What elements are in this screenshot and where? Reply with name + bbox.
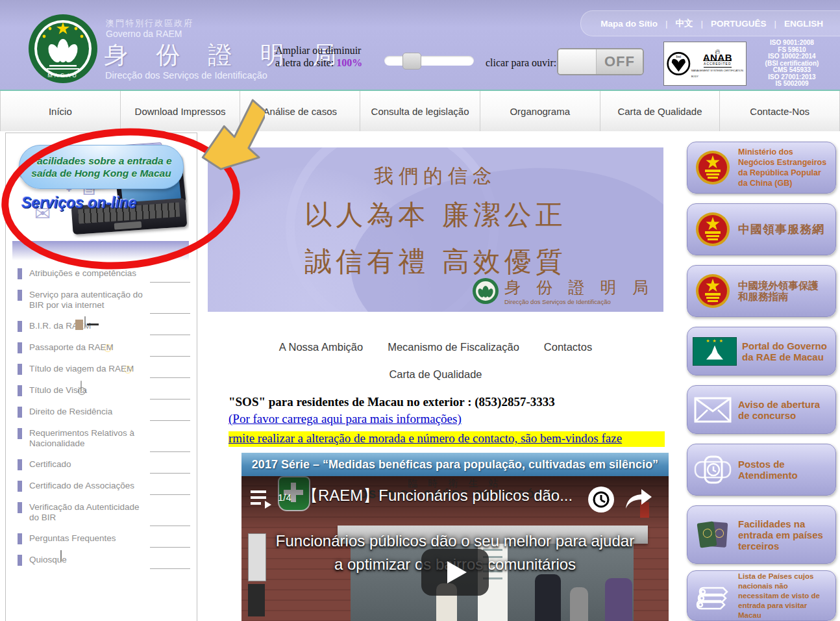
sidebar-item-requerimentos-nacionalidade[interactable]: Requerimentos Relativos à Nacionalidade [12, 423, 191, 454]
government-name-pt: Governo da RAEM [106, 29, 182, 39]
id-card-thumbnail [84, 316, 86, 327]
sidebar-item-atribuicoes[interactable]: Atribuições e competências [12, 263, 191, 285]
hk-macau-facilities-button[interactable]: Facilidades sobre a entrada e saída de H… [19, 145, 184, 189]
nav-analise-de-casos[interactable]: Análise de casos [240, 91, 360, 131]
sidebar-item-perguntas-frequentes[interactable]: Perguntas Frequentes [12, 528, 191, 550]
china-emblem-icon [693, 150, 733, 185]
font-size-value: 100% [336, 57, 362, 68]
youtube-player[interactable]: 臨 時 衛 生 站 POSTO DE SAÚDE PROVISÓRIO Func… [241, 476, 669, 621]
motto-banner: 我們的信念 以人為本 廉潔公正 誠信有禮 高效優質 身 份 證 明 局 Dire… [208, 147, 663, 312]
services-online-label[interactable]: Serviços on-line [21, 194, 137, 212]
right-button-consular-service[interactable]: 中國領事服務網 [687, 203, 836, 255]
watch-icon [693, 453, 733, 487]
page: MACAU 澳門特別行政區政府 Governo da RAEM 身 份 證 明 … [0, 0, 840, 621]
bureau-name-pt: Direcção dos Serviços de Identificação [105, 70, 267, 81]
right-button-facilidades-terceiros[interactable]: Facilidades na entrada em países terceir… [687, 505, 836, 564]
link-carta-qualidade[interactable]: Carta de Qualidade [208, 368, 663, 381]
watch-later-icon[interactable] [588, 487, 614, 513]
link-sitemap[interactable]: Mapa do Sítio [600, 19, 658, 29]
visit-permit-thumbnail [80, 381, 82, 392]
sidebar-item-bir-raem[interactable]: B.I.R. da RAEM [12, 316, 191, 337]
macau-flag-icon [693, 337, 737, 366]
bullet-icon [18, 555, 22, 566]
person-silhouette [570, 587, 588, 621]
slider-thumb[interactable] [402, 53, 421, 70]
bullet-icon [18, 459, 22, 470]
right-button-consular-protection[interactable]: 中國境外領事保護 和服務指南 [687, 265, 836, 317]
link-nossa-ambicao[interactable]: A Nossa Ambição [279, 341, 363, 353]
video-subtitle-line1: Funcionários públicos dão o seu melhor p… [241, 532, 669, 550]
link-mecanismo-fiscalizacao[interactable]: Mecanismo de Fiscalização [388, 341, 519, 353]
playlist-icon[interactable] [251, 489, 273, 509]
sidebar-item-certificado-associacoes[interactable]: Certificado de Associações [12, 475, 191, 497]
link-portuguese[interactable]: PORTUGUÊS [711, 19, 767, 29]
motto-line-2: 以人為本 廉潔公正 [208, 197, 663, 233]
motto-line-3: 誠信有禮 高效優質 [208, 244, 663, 280]
main-navigation: Início Download Impressos Análise de cas… [0, 90, 840, 131]
content-links-row: A Nossa Ambição Mecanismo de Fiscalizaçã… [208, 341, 663, 353]
bullet-icon [18, 342, 22, 353]
video-section: 2017 Série – “Medidas benéficas para pop… [241, 453, 669, 621]
sidebar-item-quiosque[interactable]: Quiosque [12, 550, 191, 571]
nav-download-impressos[interactable]: Download Impressos [121, 91, 241, 131]
bullet-icon [18, 321, 22, 332]
banner-bureau-logo: 身 份 證 明 局 Direcção dos Serviços de Ident… [472, 277, 654, 305]
sidebar-item-passaporte[interactable]: Passaporte da RAEM [12, 337, 191, 359]
sidebar-item-direito-residencia[interactable]: Direito de Residência [12, 401, 191, 423]
link-english[interactable]: ENGLISH [784, 19, 823, 29]
bullet-icon [18, 533, 22, 544]
announcement-marquee: rmite realizar a alteração de morada e n… [229, 431, 665, 447]
nav-inicio[interactable]: Início [0, 91, 121, 131]
nav-organograma[interactable]: Organograma [480, 91, 600, 131]
listen-label: clicar para ouvir: [486, 57, 556, 69]
share-icon[interactable] [624, 488, 652, 510]
bullet-icon [18, 268, 22, 279]
right-button-concurso[interactable]: Aviso de abertura de concurso [687, 385, 836, 434]
person-silhouette [605, 578, 632, 621]
motto-line-1: 我們的信念 [208, 163, 663, 190]
sidebar-item-certificado[interactable]: Certificado [12, 454, 191, 475]
link-contactos[interactable]: Contactos [544, 341, 592, 353]
sidebar-item-verificacao-bir[interactable]: Verificação da Autenticidade do BIR [12, 497, 191, 528]
play-button[interactable] [421, 549, 489, 596]
video-title[interactable]: 【RAEM】Funcionários públicos dão... [303, 485, 573, 506]
iso-certifications: ISO 9001:2008 FS 59610 ISO 10002:2014 (B… [744, 40, 840, 88]
passports-icon [693, 522, 733, 547]
government-name-zh: 澳門特別行政區政府 [106, 18, 193, 29]
right-button-lista-paises[interactable]: Lista de Países cujos nacionais não nece… [687, 570, 836, 621]
listen-toggle[interactable]: OFF [557, 48, 644, 75]
envelope-icon [693, 397, 733, 423]
kiosk-thumbnail [60, 550, 62, 561]
sidebar-item-autenticacao-bir[interactable]: Serviço para autenticação do BIR por via… [12, 285, 191, 316]
toggle-state: OFF [597, 49, 643, 74]
bullet-icon [18, 364, 22, 375]
right-button-macau-portal[interactable]: Portal do Governo da RAE de Macau [687, 327, 836, 375]
sidebar-item-titulo-visita[interactable]: Título de Visita [12, 380, 191, 401]
china-emblem-icon [693, 212, 733, 247]
sos-more-info-link[interactable]: (Por favor carrega aqui para mais inform… [229, 412, 462, 426]
sidebar-menu-header-bar [12, 241, 189, 260]
marquee-link[interactable]: rmite realizar a alteração de morada e n… [229, 431, 622, 445]
playlist-index: 1/4 [278, 492, 291, 503]
bullet-icon [18, 407, 22, 418]
certification-badge: bsi 🔥︎ ANAB ACCREDITED MANAGEMENT SYSTEM… [663, 42, 747, 86]
video-series-title: 2017 Série – “Medidas benéficas para pop… [241, 453, 669, 476]
right-button-postos-atendimento[interactable]: Postos de Atendimento [687, 444, 836, 496]
nav-consulta-legislacao[interactable]: Consulta de legislação [360, 91, 480, 131]
font-size-slider[interactable] [384, 56, 474, 66]
nav-contacte-nos[interactable]: Contacte-Nos [720, 91, 840, 131]
sos-notice: "SOS" para residentes de Macau no exteri… [229, 395, 555, 409]
bsi-logo-icon: bsi [666, 49, 691, 78]
right-button-mne-china[interactable]: Ministério dos Negócios Estrangeiros da … [687, 142, 836, 194]
person-silhouette [535, 574, 561, 621]
link-chinese[interactable]: 中文 [675, 18, 693, 29]
bullet-icon [18, 481, 22, 492]
emblem-macau-label: MACAU [47, 72, 79, 79]
toggle-knob[interactable] [558, 49, 597, 74]
anab-logo: 🔥︎ ANAB ACCREDITED MANAGEMENT SYSTEMS CE… [691, 49, 744, 79]
header: MACAU 澳門特別行政區政府 Governo da RAEM 身 份 證 明 … [0, 0, 840, 90]
sidebar-item-titulo-viagem[interactable]: Título de viagem da RAEM [12, 359, 191, 380]
nav-carta-qualidade[interactable]: Carta de Qualidade [600, 91, 721, 131]
svg-text:bsi: bsi [676, 54, 681, 58]
bullet-icon [18, 290, 22, 301]
